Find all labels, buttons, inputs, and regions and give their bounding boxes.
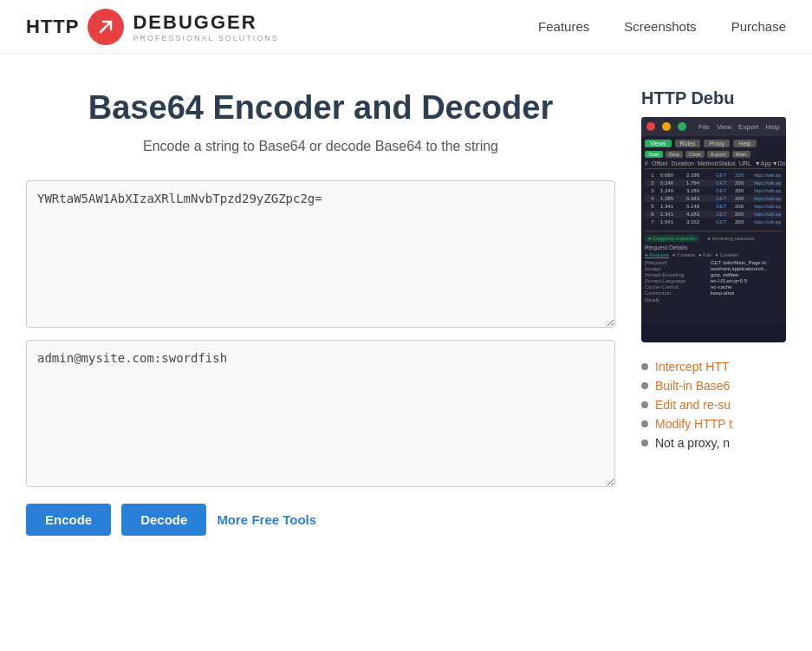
- ss-col-offset: Offset: [652, 160, 668, 166]
- ss-col-status: Status: [718, 160, 736, 166]
- main-nav: Features Screenshots Purchase: [538, 19, 786, 34]
- table-row: 1 0.090 2.186 GET 200 https://wiki.appl.…: [645, 172, 783, 179]
- right-panel: HTTP Debu File View Export Help Views Ru…: [641, 88, 786, 536]
- ss-menu-file: File: [698, 123, 710, 131]
- ss-tab-help: Help: [733, 140, 756, 147]
- ss-maximize-btn: [678, 122, 686, 131]
- list-item: Modify HTTP t: [641, 417, 786, 431]
- ss-detail-row: Connection keep-alive: [645, 290, 783, 296]
- table-row: 3 1.240 3.180 GET 200 https://wiki.appl.…: [645, 187, 783, 194]
- ss-col-filter: ▼App: [755, 160, 769, 166]
- ss-btn-main: Main: [732, 151, 750, 158]
- nav-features[interactable]: Features: [538, 19, 589, 34]
- ss-incoming-tab: ● Incoming requests: [704, 235, 757, 242]
- ss-rows: 1 0.090 2.186 GET 200 https://wiki.appl.…: [645, 172, 783, 225]
- logo-arrow-icon: [96, 17, 115, 36]
- encode-button[interactable]: Encode: [26, 504, 111, 536]
- ss-tab-rules: Rules: [675, 140, 701, 147]
- ss-detail-row: Accept-Language en-US,en;q=0.5: [645, 278, 783, 283]
- feature-text-proxy: Not a proxy, n: [655, 436, 730, 450]
- logo-debugger-text: DEBUGGER: [133, 11, 278, 34]
- ss-btn-stop: Stop: [666, 151, 683, 158]
- page-title: Base64 Encoder and Decoder: [26, 88, 615, 128]
- feature-link-base64[interactable]: Built-in Base6: [655, 379, 730, 393]
- table-row: 2 0.246 1.794 GET 200 https://wiki.appl.…: [645, 179, 783, 186]
- ss-close-btn: [646, 122, 655, 131]
- ss-menu-help: Help: [765, 123, 779, 131]
- feature-link-intercept[interactable]: Intercept HTT: [655, 360, 730, 374]
- bullet-icon: [641, 401, 648, 408]
- ss-detail-rows: [Request] GET /wiki/Main_Page H... Accep…: [645, 260, 783, 296]
- ss-ready-label: Ready: [645, 297, 783, 303]
- logo-right: DEBUGGER PROFESSIONAL SOLUTIONS: [133, 11, 278, 42]
- list-item: Built-in Base6: [641, 379, 786, 393]
- bullet-icon: [641, 382, 648, 389]
- logo-http-text: HTTP: [26, 16, 79, 38]
- ss-detail-tabs: ● Request ● Content ● Fav ● Cookies: [645, 252, 783, 258]
- ss-detail-row: Cache-Control no-cache: [645, 284, 783, 290]
- left-panel: Base64 Encoder and Decoder Encode a stri…: [26, 88, 615, 536]
- list-item: Intercept HTT: [641, 360, 786, 374]
- ss-detail-row: [Request] GET /wiki/Main_Page H...: [645, 260, 783, 265]
- ss-menu-export: Export: [738, 123, 758, 131]
- ss-col-num: #: [645, 160, 648, 166]
- ss-detail-row: Accept-Encoding gzip, deflate: [645, 272, 783, 277]
- ss-col-dur: Duration: [671, 160, 693, 166]
- list-item: Not a proxy, n: [641, 436, 786, 450]
- more-tools-button[interactable]: More Free Tools: [217, 512, 316, 527]
- logo-sub-text: PROFESSIONAL SOLUTIONS: [133, 34, 278, 42]
- buttons-row: Encode Decode More Free Tools: [26, 504, 615, 536]
- list-item: Edit and re-su: [641, 398, 786, 412]
- table-row: 6 1.341 4.183 GET 200 https://wiki.appl.…: [645, 211, 783, 218]
- logo-area: HTTP DEBUGGER PROFESSIONAL SOLUTIONS: [26, 9, 279, 45]
- decode-button[interactable]: Decode: [121, 504, 206, 536]
- ss-btn-clear: Clear: [685, 151, 705, 158]
- bullet-icon: [641, 439, 648, 446]
- ss-tab-proxy: Proxy: [704, 140, 730, 147]
- table-row: 4 1.285 5.183 GET 200 https://wiki.appl.…: [645, 195, 783, 202]
- ss-col-method: Method: [698, 160, 715, 166]
- feature-link-modify[interactable]: Modify HTTP t: [655, 417, 732, 431]
- ss-col-url: URL: [739, 160, 751, 166]
- ss-menu-view: View: [717, 123, 731, 131]
- ss-tab-views: Views: [645, 140, 672, 147]
- ss-minimize-btn: [662, 122, 671, 131]
- app-screenshot: File View Export Help Views Rules Proxy …: [641, 117, 786, 342]
- bullet-icon: [641, 363, 648, 370]
- decoded-textarea[interactable]: admin@mysite.com:swordfish: [26, 340, 615, 487]
- logo-icon: [88, 9, 124, 45]
- nav-purchase[interactable]: Purchase: [731, 19, 786, 34]
- table-row: 5 1.341 5.146 GET 200 https://wiki.appl.…: [645, 203, 783, 210]
- page-subtitle: Encode a string to Base64 or decode Base…: [26, 139, 615, 154]
- ss-outgoing-tab: ● Outgoing requests: [645, 235, 698, 242]
- ss-detail-title: Request Details: [645, 244, 783, 251]
- main-content: Base64 Encoder and Decoder Encode a stri…: [0, 54, 812, 570]
- feature-link-edit[interactable]: Edit and re-su: [655, 398, 731, 412]
- bullet-icon: [641, 420, 648, 427]
- ss-col-domain: ▼Dom: [772, 160, 786, 166]
- features-list: Intercept HTT Built-in Base6 Edit and re…: [641, 360, 786, 450]
- ss-btn-export: Export: [707, 151, 729, 158]
- table-row: 7 1.541 3.152 GET 200 https://wiki.appl.…: [645, 218, 783, 225]
- right-panel-title: HTTP Debu: [641, 88, 786, 108]
- ss-btn-start: Start: [645, 151, 663, 158]
- nav-screenshots[interactable]: Screenshots: [624, 19, 696, 34]
- site-header: HTTP DEBUGGER PROFESSIONAL SOLUTIONS Fea…: [0, 0, 812, 54]
- ss-detail-row: Accept text/html,application/xh...: [645, 266, 783, 271]
- encoded-textarea[interactable]: YWRtaW5AW1AbXIzaXRlLmNvbTpzd29yZGZpc2g=: [26, 180, 615, 328]
